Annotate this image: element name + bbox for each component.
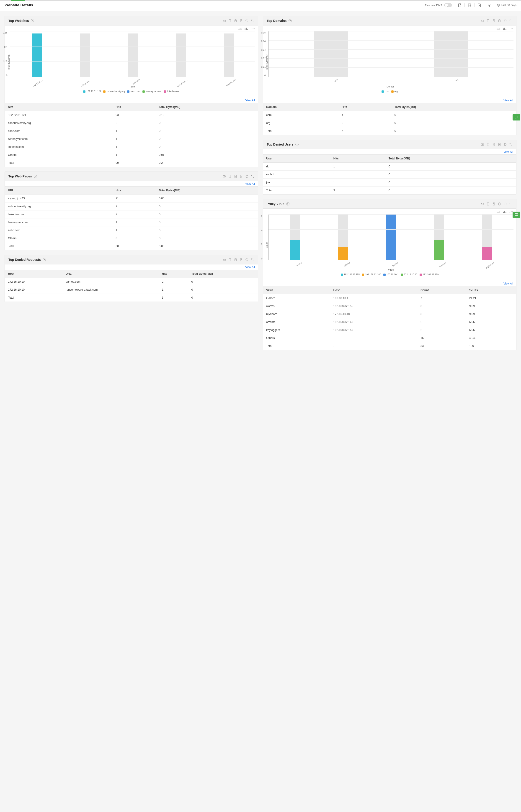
chart-bar[interactable]	[432, 31, 470, 77]
bar-chart-icon[interactable]	[502, 211, 507, 214]
view-all-link[interactable]: View All	[503, 99, 513, 102]
csv-icon[interactable]	[234, 258, 237, 261]
table-cell[interactable]: zoho.com	[5, 127, 112, 135]
table-cell[interactable]: rio	[263, 163, 330, 171]
chart-bar[interactable]	[337, 214, 349, 260]
legend-item[interactable]: 192.168.82.155	[341, 273, 360, 276]
toggle-switch[interactable]	[444, 3, 452, 7]
refresh-icon[interactable]	[503, 19, 507, 23]
resolve-dns-toggle[interactable]: Resolve DNS	[425, 3, 452, 7]
table-cell[interactable]: Games	[263, 294, 330, 302]
chart-bar[interactable]	[78, 31, 91, 77]
refresh-icon[interactable]	[245, 19, 249, 23]
line-chart-icon[interactable]	[509, 27, 514, 30]
legend-item[interactable]: 192.168.82.160	[362, 273, 381, 276]
mail-icon[interactable]	[222, 19, 226, 23]
legend-item[interactable]: 182.22.31.124	[83, 90, 101, 93]
legend-item[interactable]: 192.168.82.159	[420, 273, 439, 276]
pdf-icon[interactable]	[228, 175, 231, 178]
expand-icon[interactable]	[251, 19, 254, 23]
area-chart-icon[interactable]	[238, 27, 243, 30]
help-icon[interactable]: ?	[295, 143, 299, 146]
legend-item[interactable]: fwanalyzer.com	[142, 90, 161, 93]
legend-item[interactable]: 172.16.10.10	[401, 273, 417, 276]
expand-icon[interactable]	[509, 19, 513, 23]
csv-icon[interactable]	[492, 202, 496, 206]
line-chart-icon[interactable]	[251, 27, 255, 30]
table-cell[interactable]: jim	[263, 178, 330, 187]
pdf-icon[interactable]	[486, 19, 490, 23]
table-cell[interactable]: raghul	[263, 171, 330, 178]
csv-icon[interactable]	[234, 19, 237, 23]
mail-icon[interactable]	[222, 175, 226, 178]
refresh-icon[interactable]	[503, 143, 507, 146]
expand-icon[interactable]	[251, 175, 254, 178]
csv-icon[interactable]	[234, 175, 237, 178]
chart-bar[interactable]	[481, 214, 494, 260]
help-icon[interactable]: ?	[34, 175, 37, 178]
mail-icon[interactable]	[481, 202, 484, 206]
table-cell[interactable]: zohouniversity.org	[5, 119, 112, 127]
table-cell[interactable]: keyloggers	[263, 326, 330, 334]
filter-icon[interactable]	[487, 3, 491, 7]
time-range-selector[interactable]: Last 30 days	[497, 4, 517, 7]
view-all-link[interactable]: View All	[245, 99, 255, 102]
expand-icon[interactable]	[509, 202, 513, 206]
help-icon[interactable]: ?	[289, 19, 292, 22]
chart-bar[interactable]	[175, 31, 187, 77]
bar-chart-icon[interactable]	[244, 27, 249, 30]
refresh-icon[interactable]	[245, 175, 249, 178]
view-all-link[interactable]: View All	[245, 266, 255, 269]
table-cell[interactable]: worms	[263, 302, 330, 310]
chat-support-button[interactable]	[513, 212, 520, 218]
table-cell[interactable]: 182.22.31.124	[5, 111, 112, 119]
bar-chart-icon[interactable]	[502, 27, 507, 30]
chart-bar[interactable]	[30, 31, 43, 77]
mail-icon[interactable]	[481, 19, 484, 23]
chart-bar[interactable]	[312, 31, 350, 77]
chart-bar[interactable]	[385, 214, 398, 260]
expand-icon[interactable]	[251, 258, 254, 261]
area-chart-icon[interactable]	[496, 211, 501, 214]
refresh-icon[interactable]	[245, 258, 249, 261]
pdf-icon[interactable]	[228, 19, 231, 23]
legend-item[interactable]: zoho.com	[127, 90, 140, 93]
view-all-link[interactable]: View All	[503, 282, 513, 285]
chart-bar[interactable]	[223, 31, 235, 77]
legend-item[interactable]: com	[382, 90, 389, 93]
xls-icon[interactable]	[240, 175, 243, 178]
area-chart-icon[interactable]	[496, 27, 501, 30]
view-all-link[interactable]: View All	[503, 150, 513, 153]
chart-bar[interactable]	[127, 31, 139, 77]
csv-icon[interactable]: CSV	[468, 3, 472, 7]
mail-icon[interactable]	[481, 143, 484, 146]
table-cell[interactable]: com	[263, 111, 338, 119]
chart-bar[interactable]	[289, 214, 301, 260]
xls-icon[interactable]	[498, 202, 501, 206]
csv-icon[interactable]	[492, 19, 496, 23]
chart-bar[interactable]	[433, 214, 446, 260]
refresh-icon[interactable]	[503, 202, 507, 206]
table-cell[interactable]: linkedin.com	[5, 143, 112, 151]
expand-icon[interactable]	[509, 143, 513, 146]
table-cell[interactable]: mydoom	[263, 310, 330, 318]
table-cell[interactable]: org	[263, 119, 338, 127]
pdf-icon[interactable]	[486, 202, 490, 206]
table-cell[interactable]: adware	[263, 318, 330, 326]
help-icon[interactable]: ?	[286, 202, 290, 206]
help-icon[interactable]: ?	[43, 258, 46, 261]
legend-item[interactable]: linkedin.com	[164, 90, 180, 93]
legend-item[interactable]: 100.10.10.1	[383, 273, 399, 276]
pdf-icon[interactable]	[458, 3, 462, 7]
mail-icon[interactable]	[222, 258, 226, 261]
help-icon[interactable]: ?	[31, 19, 34, 22]
view-all-link[interactable]: View All	[245, 182, 255, 185]
legend-item[interactable]: zohouniversity.org	[103, 90, 124, 93]
chat-support-button[interactable]	[513, 114, 520, 120]
xls-icon[interactable]	[498, 143, 501, 146]
pdf-icon[interactable]	[228, 258, 231, 261]
xls-icon[interactable]	[498, 19, 501, 23]
legend-item[interactable]: org	[391, 90, 398, 93]
csv-icon[interactable]	[492, 143, 496, 146]
xls-icon[interactable]	[477, 3, 481, 7]
